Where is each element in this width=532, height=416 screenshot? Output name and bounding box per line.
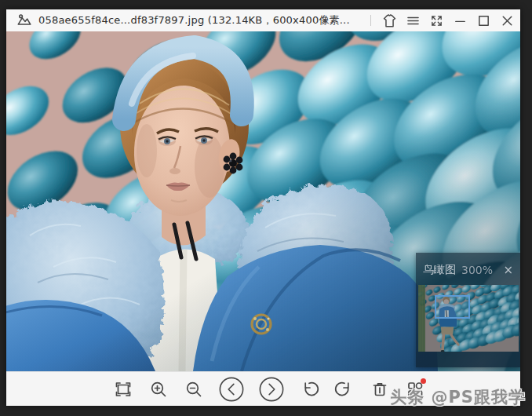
zoom-in-icon [148,379,169,400]
menu-button[interactable] [402,10,424,31]
chevron-right-circle-icon [258,376,285,403]
frame-icon [113,379,133,400]
delete-button[interactable] [368,375,392,403]
close-button[interactable] [496,10,518,31]
overview-footer [416,352,520,367]
rotate-right-button[interactable] [333,375,356,403]
trash-icon [370,379,390,400]
overview-zoom-level: 300% [461,264,502,276]
fullscreen-button[interactable] [425,10,447,31]
titlebar-controls [367,10,519,31]
zoom-in-button[interactable] [147,375,170,403]
maximize-button[interactable] [472,10,494,31]
titlebar-divider [370,15,371,26]
toolbar [6,371,520,406]
rotate-ccw-icon [299,379,319,400]
rotate-cw-icon [334,379,355,400]
previous-image-button[interactable] [217,375,246,403]
skin-button[interactable] [378,10,400,31]
overview-panel: 鸟瞰图 300% × [416,253,520,367]
overview-title: 鸟瞰图 [423,263,456,277]
chevron-left-circle-icon [218,376,245,403]
actual-size-button[interactable] [111,375,135,403]
minimize-button[interactable] [449,10,471,31]
expand-arrows-icon [428,13,445,29]
overview-header: 鸟瞰图 300% × [416,253,520,283]
tshirt-icon [381,13,398,29]
window-title: 058ae655f84ce...df83f7897.jpg (132.14KB，… [38,13,367,27]
next-image-button[interactable] [257,375,286,403]
notification-badge [421,378,426,384]
overview-viewport-rect[interactable] [435,295,470,319]
photo-app-icon [16,12,33,29]
hamburger-icon [405,13,421,29]
overview-thumbnail[interactable] [418,285,519,352]
titlebar[interactable]: 058ae655f84ce...df83f7897.jpg (132.14KB，… [6,9,520,31]
overview-close-button[interactable]: × [502,265,514,276]
maximize-icon [476,13,492,29]
minimize-icon [452,13,468,29]
zoom-out-button[interactable] [182,375,206,403]
zoom-out-icon [184,379,204,400]
close-icon [499,13,516,29]
more-apps-button[interactable] [403,375,427,403]
image-viewer-window: 058ae655f84ce...df83f7897.jpg (132.14KB，… [6,9,520,406]
photo-canvas[interactable]: 鸟瞰图 300% × [6,31,520,371]
rotate-left-button[interactable] [297,375,321,403]
